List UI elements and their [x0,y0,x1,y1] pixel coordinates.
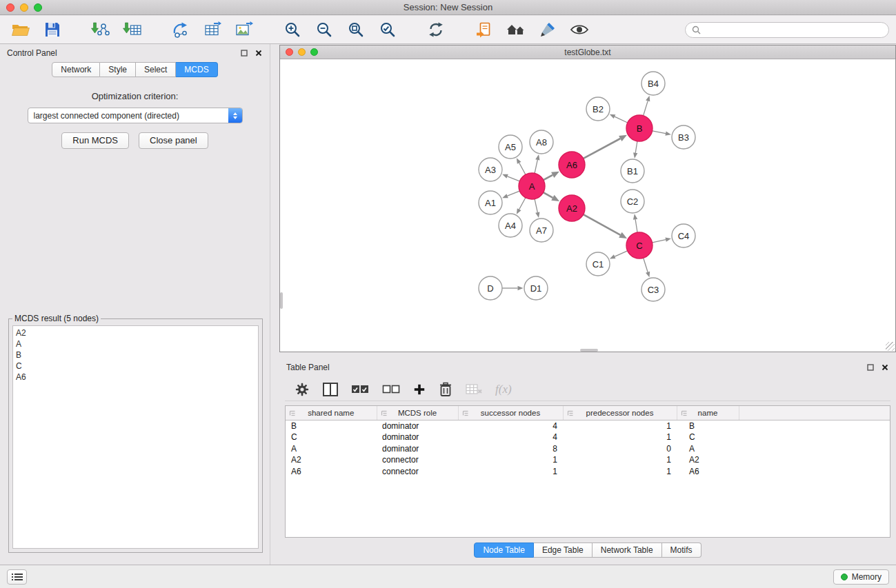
graph-edge-D-D1[interactable] [502,286,524,290]
graph-edge-A-A7[interactable] [535,199,539,218]
minimize-window-button[interactable] [20,3,28,12]
column-header[interactable]: MCDS role [377,406,458,420]
close-network-window-button[interactable] [286,48,293,56]
close-panel-button[interactable] [255,49,263,57]
add-column-button[interactable] [413,383,426,396]
result-item[interactable]: A6 [16,372,255,383]
delete-column-button[interactable] [439,382,452,397]
graph-node-C[interactable]: C [626,232,653,258]
column-header[interactable]: successor nodes [458,406,563,420]
graph-edge-A-A3[interactable] [502,174,519,181]
optimization-select[interactable]: largest connected component (directed) [28,108,243,123]
result-item[interactable]: C [16,361,255,372]
graph-edge-B-B4[interactable] [644,96,650,116]
graph-node-C3[interactable]: C3 [641,278,665,301]
tab-motifs[interactable]: Motifs [662,543,701,558]
export-table-button[interactable] [199,18,226,41]
export-network-button[interactable] [167,18,195,41]
graph-edge-A-A4[interactable] [517,198,526,214]
graph-edge-C-C2[interactable] [633,214,637,232]
search-input[interactable] [704,25,882,34]
close-panel-button-secondary[interactable]: Close panel [139,132,208,149]
result-item[interactable]: A [16,338,255,349]
memory-button[interactable]: Memory [833,569,889,585]
table-row[interactable]: Bdominator41B [286,420,890,432]
column-header[interactable]: shared name [286,406,377,420]
import-table-button[interactable] [119,18,146,41]
run-mcds-button[interactable]: Run MCDS [61,132,129,149]
show-hide-button[interactable] [566,18,593,41]
function-builder-button[interactable]: f(x) [495,383,512,396]
graph-node-D1[interactable]: D1 [524,276,548,300]
close-table-panel-button[interactable] [881,363,889,372]
table-settings-button[interactable] [295,382,310,397]
graph-node-A2[interactable]: A2 [559,195,585,221]
graph-node-D[interactable]: D [479,276,502,300]
resize-grip[interactable] [886,342,895,351]
select-all-button[interactable] [351,385,369,394]
close-window-button[interactable] [6,3,14,12]
graph-edge-A-A1[interactable] [502,191,519,198]
home-button[interactable] [502,18,530,41]
graph-edge-B-B2[interactable] [610,114,628,123]
table-row[interactable]: A2connector11A2 [286,454,890,466]
graph-node-C2[interactable]: C2 [621,190,644,213]
tab-node-table[interactable]: Node Table [474,543,534,558]
open-session-button[interactable] [7,18,34,41]
zoom-window-button[interactable] [34,3,42,12]
style-button[interactable] [534,18,561,41]
tab-select[interactable]: Select [136,62,176,77]
column-header[interactable]: name [677,406,739,420]
float-table-panel-button[interactable] [866,363,875,372]
document-button[interactable] [470,18,498,41]
delete-table-button-disabled[interactable] [466,383,482,396]
panel-menu-button[interactable] [7,569,27,585]
table-row[interactable]: A6connector11A6 [286,466,890,478]
graph-edge-C-C1[interactable] [610,251,628,259]
export-image-button[interactable] [230,18,258,41]
vertical-scrollbar-thumb[interactable] [280,292,283,309]
graph-node-C1[interactable]: C1 [586,252,610,276]
graph-node-B1[interactable]: B1 [621,159,644,183]
tab-mcds[interactable]: MCDS [176,62,217,77]
graph-node-B[interactable]: B [626,115,653,141]
horizontal-scrollbar-thumb[interactable] [580,349,598,352]
graph-edge-B-B1[interactable] [633,141,637,159]
zoom-selected-button[interactable] [374,18,401,41]
graph-edge-A-A5[interactable] [517,158,526,174]
graph-node-B2[interactable]: B2 [586,97,610,121]
tab-network[interactable]: Network [52,62,100,77]
column-header[interactable]: predecessor nodes [563,406,677,420]
graph-node-A6[interactable]: A6 [559,152,585,178]
graph-edge-C-C4[interactable] [653,238,671,243]
graph-node-A4[interactable]: A4 [499,214,522,237]
zoom-network-window-button[interactable] [310,48,318,56]
graph-edge-A-A8[interactable] [535,154,539,173]
search-field[interactable] [685,22,889,38]
graph-node-A7[interactable]: A7 [530,219,553,242]
graph-edge-A-A2[interactable] [544,192,559,201]
show-columns-button[interactable] [323,383,338,396]
mcds-result-list[interactable]: A2ABCA6 [12,325,259,549]
refresh-button[interactable] [422,18,450,41]
save-session-button[interactable] [39,18,66,41]
graph-node-B4[interactable]: B4 [641,72,665,95]
graph-node-A3[interactable]: A3 [479,158,502,181]
table-row[interactable]: Cdominator41C [286,432,890,443]
tab-style[interactable]: Style [100,62,136,77]
deselect-all-button[interactable] [382,385,400,394]
graph-edge-B-B3[interactable] [653,131,671,136]
graph-node-A5[interactable]: A5 [499,135,522,159]
graph-edge-A-A6[interactable] [544,172,559,180]
network-canvas[interactable]: B4B2BB3A5A8A6B1A3AA1C2A2A4A7C4CC1C3DD1 [280,59,895,352]
tab-network-table[interactable]: Network Table [593,543,662,558]
graph-edge-A6-B[interactable] [584,135,627,159]
graph-edge-C-C3[interactable] [644,258,650,277]
graph-node-A8[interactable]: A8 [530,130,553,154]
table-row[interactable]: Adominator80A [286,443,890,455]
graph-node-A1[interactable]: A1 [479,191,502,214]
graph-node-B3[interactable]: B3 [672,125,695,149]
minimize-network-window-button[interactable] [298,48,306,56]
graph-node-C4[interactable]: C4 [672,224,695,247]
zoom-in-button[interactable] [279,18,306,41]
